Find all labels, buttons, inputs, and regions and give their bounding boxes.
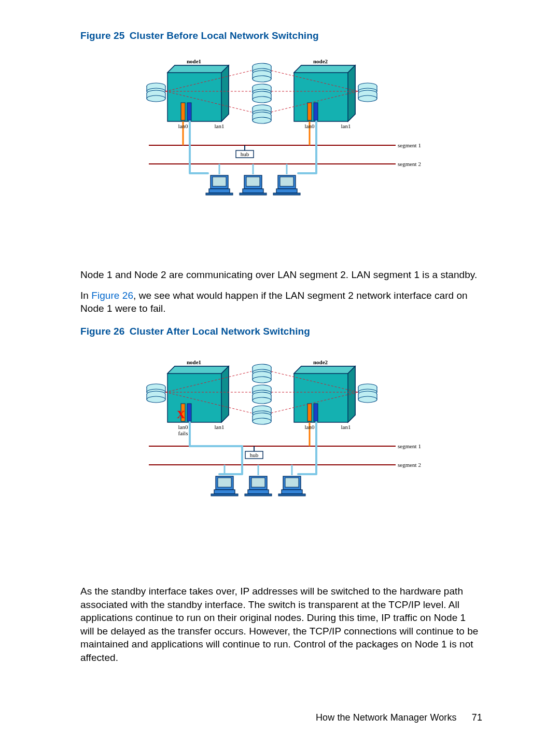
figure-25-diagram: hub node1 node2 <box>80 53 482 227</box>
figure-26-xref[interactable]: Figure 26 <box>91 290 133 301</box>
figure-25-title: Cluster Before Local Network Switching <box>130 30 319 41</box>
segment2-label-2: segment 2 <box>398 462 421 468</box>
svg-rect-11 <box>187 103 191 120</box>
para1-line2a: In <box>80 290 91 301</box>
lan1-a-label-2: lan1 <box>214 424 224 430</box>
svg-rect-10 <box>181 103 185 120</box>
paragraph-2: As the standby interface takes over, IP … <box>80 585 482 665</box>
figure-25-prefix: Figure 25 <box>80 30 124 41</box>
lan0-b-label: lan0 <box>304 123 314 129</box>
svg-rect-30 <box>187 404 191 421</box>
cluster-network-diagram-after-icon: X <box>136 354 427 528</box>
footer-page-number: 71 <box>472 712 482 723</box>
lan0-b-label-2: lan0 <box>304 424 314 430</box>
hub-label: hub <box>240 151 249 157</box>
paragraph-1: Node 1 and Node 2 are communicating over… <box>80 268 482 315</box>
svg-rect-32 <box>314 404 318 421</box>
lan1-a-label: lan1 <box>214 123 224 129</box>
figure-26-diagram: X <box>80 354 482 528</box>
fails-label: fails <box>178 430 188 436</box>
footer-section: How the Network Manager Works <box>316 712 457 723</box>
node1-label: node1 <box>186 58 201 64</box>
figure-26-caption: Figure 26 Cluster After Local Network Sw… <box>80 326 482 337</box>
failure-x-icon: X <box>177 408 185 421</box>
lan1-b-label-2: lan1 <box>341 424 351 430</box>
segment1-label-2: segment 1 <box>398 443 421 449</box>
node1-label-2: node1 <box>186 359 201 365</box>
svg-rect-12 <box>307 103 312 120</box>
figure-26-prefix: Figure 26 <box>80 326 124 337</box>
figure-25-caption: Figure 25 Cluster Before Local Network S… <box>80 30 482 42</box>
lan0-a-label: lan0 <box>178 123 188 129</box>
page-footer: How the Network Manager Works 71 <box>316 712 482 723</box>
para1-line2b: , we see what would happen if the LAN se… <box>80 290 468 314</box>
hub-label-2: hub <box>249 452 258 458</box>
node2-label-2: node2 <box>313 359 328 365</box>
node2-label: node2 <box>313 58 328 64</box>
lan1-b-label: lan1 <box>341 123 351 129</box>
lan0-a-label-2: lan0 <box>178 424 188 430</box>
segment2-label: segment 2 <box>398 161 421 167</box>
svg-rect-13 <box>314 103 318 120</box>
cluster-network-diagram-icon: hub node1 node2 <box>136 53 427 227</box>
svg-rect-31 <box>307 404 312 421</box>
segment1-label: segment 1 <box>398 142 421 148</box>
figure-26-title: Cluster After Local Network Switching <box>130 326 310 337</box>
para1-line1: Node 1 and Node 2 are communicating over… <box>80 269 477 280</box>
page: Figure 25 Cluster Before Local Network S… <box>0 0 560 746</box>
